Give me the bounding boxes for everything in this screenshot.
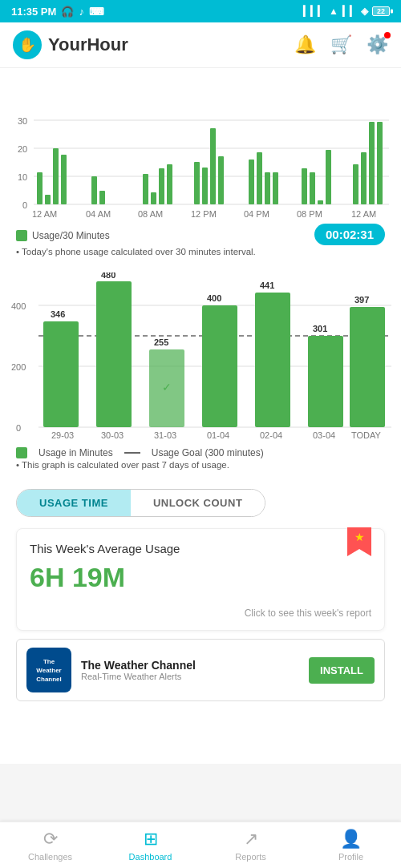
chart2-legend-goal: Usage Goal (300 minutes) — [152, 447, 264, 458]
svg-rect-16 — [159, 168, 164, 204]
svg-rect-15 — [151, 192, 156, 204]
svg-rect-61 — [255, 293, 290, 427]
svg-text:03-04: 03-04 — [313, 430, 335, 440]
svg-text:0: 0 — [22, 200, 27, 210]
svg-text:31-03: 31-03 — [154, 430, 176, 440]
svg-rect-18 — [194, 162, 200, 204]
svg-text:12 PM: 12 PM — [191, 209, 217, 219]
svg-rect-11 — [61, 155, 67, 204]
install-button[interactable]: INSTALL — [309, 657, 375, 684]
svg-text:30: 30 — [18, 116, 27, 126]
svg-rect-19 — [202, 168, 208, 204]
battery-icon: 22 — [372, 6, 390, 16]
wifi-icon: ▲ — [329, 6, 338, 17]
svg-rect-58 — [202, 305, 237, 427]
svg-text:397: 397 — [354, 295, 369, 305]
svg-text:08 PM: 08 PM — [297, 209, 322, 219]
chart1-legend: Usage/30 Minutes — [16, 230, 110, 241]
svg-text:200: 200 — [11, 362, 26, 372]
legend-box-green2 — [16, 447, 27, 458]
svg-rect-67 — [350, 307, 385, 427]
toggle-row: USAGE TIME UNLOCK COUNT — [16, 489, 265, 517]
bell-icon[interactable]: 🔔 — [294, 34, 316, 55]
ad-logo-line3: Channel — [36, 676, 62, 683]
svg-rect-13 — [99, 191, 105, 204]
hourly-chart-svg: 0 10 20 30 — [8, 76, 393, 220]
svg-rect-14 — [143, 174, 148, 204]
nav-reports[interactable]: ↗ Reports — [200, 824, 301, 866]
weekly-card-link: Click to see this week's report — [30, 608, 371, 619]
svg-rect-12 — [91, 176, 97, 204]
nav-profile[interactable]: 👤 Profile — [301, 824, 401, 866]
svg-text:08 AM: 08 AM — [138, 209, 163, 219]
svg-rect-33 — [377, 122, 383, 204]
svg-text:29-03: 29-03 — [51, 430, 74, 440]
svg-text:01-04: 01-04 — [207, 430, 229, 440]
svg-text:04 PM: 04 PM — [244, 209, 269, 219]
weekly-card[interactable]: ★ This Week's Average Usage 6H 19M Click… — [16, 528, 385, 631]
svg-text:400: 400 — [11, 301, 26, 311]
svg-text:0: 0 — [16, 423, 21, 433]
nav-challenges[interactable]: ⟳ Challenges — [0, 824, 100, 866]
gear-notification-dot — [384, 32, 391, 38]
chart2-legend-usage: Usage in Minutes — [38, 447, 113, 458]
svg-rect-17 — [167, 164, 172, 204]
ad-logo-line2: Weather — [36, 667, 61, 674]
chart2-note: • This graph is calculated over past 7 d… — [16, 460, 385, 470]
svg-text:255: 255 — [154, 337, 168, 347]
svg-text:20: 20 — [18, 144, 27, 154]
legend-line-goal — [124, 452, 140, 454]
svg-text:480: 480 — [101, 273, 115, 280]
ad-text: The Weather Channel Real-Time Weather Al… — [81, 659, 299, 681]
weekly-card-value: 6H 19M — [30, 562, 371, 593]
svg-text:02-04: 02-04 — [260, 430, 282, 440]
status-icons: ▎▎▎ ▲ ▎▎ ◈ 22 — [303, 6, 390, 17]
header-icons: 🔔 🛒 ⚙️ — [294, 34, 388, 55]
svg-text:30-03: 30-03 — [101, 430, 124, 440]
svg-rect-29 — [326, 150, 331, 204]
chart2-legend: Usage in Minutes Usage Goal (300 minutes… — [16, 447, 393, 458]
svg-rect-21 — [218, 156, 224, 204]
status-bar: 11:35 PM 🎧 ♪ ⌨ ▎▎▎ ▲ ▎▎ ◈ 22 — [0, 0, 401, 22]
svg-text:301: 301 — [313, 324, 327, 333]
ad-title: The Weather Channel — [81, 659, 299, 672]
music-icon: ♪ — [79, 6, 84, 18]
profile-label: Profile — [338, 852, 363, 862]
svg-rect-24 — [265, 172, 270, 204]
svg-text:441: 441 — [260, 281, 274, 290]
svg-rect-30 — [353, 164, 358, 204]
gear-icon[interactable]: ⚙️ — [367, 34, 388, 55]
svg-text:400: 400 — [207, 293, 221, 303]
nav-dashboard[interactable]: ⊞ Dashboard — [100, 824, 200, 866]
reports-label: Reports — [235, 852, 266, 862]
ad-logo: The Weather Channel — [26, 648, 71, 692]
keyboard-icon: ⌨ — [89, 6, 104, 18]
challenges-icon: ⟳ — [43, 829, 58, 850]
svg-text:10: 10 — [18, 172, 27, 182]
usage-time-button[interactable]: USAGE TIME — [17, 490, 131, 516]
hourly-chart-area: 0 10 20 30 — [8, 76, 393, 224]
svg-rect-31 — [361, 152, 367, 204]
bottom-nav: ⟳ Challenges ⊞ Dashboard ↗ Reports 👤 Pro… — [0, 822, 401, 868]
svg-rect-51 — [96, 281, 132, 427]
weekly-chart-svg: 0 200 400 346 29-03 480 30-03 — [8, 273, 393, 441]
challenges-label: Challenges — [28, 852, 72, 862]
svg-text:✓: ✓ — [162, 381, 172, 394]
chart1-note: • Today's phone usage calculated over 30… — [16, 247, 385, 256]
headphone-icon: 🎧 — [61, 6, 74, 18]
app-logo-text: YourHour — [48, 34, 128, 55]
app-logo: ✋ YourHour — [13, 30, 128, 59]
svg-rect-22 — [249, 159, 254, 204]
cart-icon[interactable]: 🛒 — [330, 34, 352, 55]
main-content: 0 10 20 30 — [0, 68, 401, 764]
weekly-chart-container: 0 200 400 346 29-03 480 30-03 — [8, 264, 393, 478]
weekly-chart-area: 0 200 400 346 29-03 480 30-03 — [8, 273, 393, 444]
svg-text:12 AM: 12 AM — [351, 209, 376, 219]
ad-logo-line1: The — [43, 658, 55, 665]
svg-rect-25 — [273, 172, 278, 204]
chart1-legend-text: Usage/30 Minutes — [32, 230, 110, 241]
svg-text:12 AM: 12 AM — [32, 209, 57, 219]
unlock-count-button[interactable]: UNLOCK COUNT — [131, 490, 265, 516]
svg-text:346: 346 — [51, 309, 65, 319]
svg-rect-27 — [310, 172, 315, 204]
